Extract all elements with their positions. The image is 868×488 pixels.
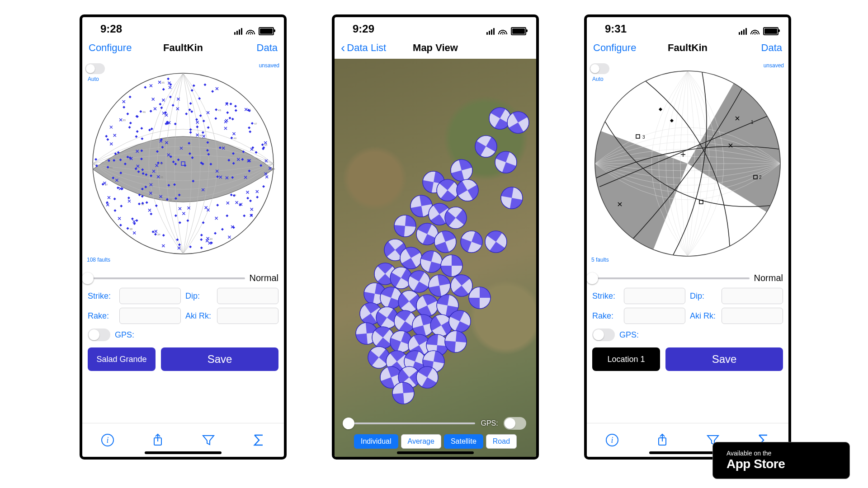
type-slider[interactable]	[88, 277, 245, 279]
phone-map: 9:29 ‹ Data List Map View GPS: Individua…	[332, 14, 539, 460]
status-bar: 9:31	[587, 17, 788, 36]
rake-input[interactable]	[624, 308, 685, 324]
svg-text:30: 30	[210, 238, 213, 240]
share-icon[interactable]	[654, 432, 670, 448]
focal-mechanism-marker[interactable]	[484, 230, 508, 253]
back-button[interactable]: ‹ Data List	[341, 42, 386, 54]
strike-input[interactable]	[624, 288, 685, 304]
nav-bar: Configure FaultKin Data	[82, 36, 284, 60]
stereonet-svg: 321	[590, 66, 785, 261]
akirk-input[interactable]	[217, 308, 278, 324]
svg-text:39: 39	[199, 134, 203, 137]
gps-toggle[interactable]	[504, 417, 526, 430]
segment-road[interactable]: Road	[486, 434, 517, 449]
focal-mechanism-marker[interactable]	[444, 330, 467, 353]
type-slider[interactable]	[592, 277, 750, 279]
phone-stereonet-dense: 9:28 Configure FaultKin Data unsaved Aut…	[80, 14, 287, 460]
status-time: 9:31	[605, 23, 627, 35]
svg-text:i: i	[611, 436, 613, 445]
unsaved-label: unsaved	[259, 62, 279, 69]
cellular-icon	[739, 28, 747, 35]
strike-input[interactable]	[119, 288, 181, 304]
fault-form: Normal Strike: Dip: Rake: Aki Rk: GPS:	[587, 267, 788, 341]
map-view[interactable]	[335, 59, 536, 457]
svg-text:i: i	[106, 436, 108, 445]
svg-text:38: 38	[130, 228, 133, 230]
status-time: 9:28	[100, 23, 122, 35]
segment-individual[interactable]: Individual	[354, 434, 398, 449]
wifi-icon	[498, 28, 507, 34]
focal-mechanism-marker[interactable]	[393, 214, 417, 238]
save-button[interactable]: Save	[665, 347, 783, 371]
status-time: 9:29	[353, 23, 374, 35]
cellular-icon	[234, 28, 242, 35]
svg-text:47: 47	[254, 122, 257, 125]
akirk-label: Aki Rk:	[185, 311, 212, 321]
gps-toggle[interactable]	[88, 328, 110, 341]
home-indicator	[145, 451, 222, 454]
location-button[interactable]: Salad Grande	[88, 347, 156, 371]
svg-text:48: 48	[272, 168, 275, 170]
gps-toggle[interactable]	[592, 328, 615, 341]
map-controls: GPS: IndividualAverageSatelliteRoad	[335, 417, 536, 449]
focal-mechanism-marker[interactable]	[460, 230, 483, 253]
akirk-input[interactable]	[722, 308, 783, 324]
svg-text:2: 2	[759, 175, 762, 180]
focal-mechanism-marker[interactable]	[500, 186, 524, 210]
focal-mechanism-marker[interactable]	[415, 366, 439, 389]
configure-button[interactable]: Configure	[89, 42, 132, 54]
slider-caption: Normal	[754, 273, 783, 283]
app-store-badge[interactable]: Available on the App Store	[712, 442, 850, 479]
data-button[interactable]: Data	[761, 42, 782, 54]
configure-button[interactable]: Configure	[593, 42, 636, 54]
status-bar: 9:29	[335, 17, 536, 36]
stereonet-svg: 3031323334353637383940414243444546474849	[88, 69, 278, 258]
home-indicator	[397, 451, 474, 454]
nav-bar: ‹ Data List Map View	[335, 36, 536, 60]
svg-text:31: 31	[169, 198, 172, 201]
focal-mechanism-marker[interactable]	[506, 111, 530, 134]
svg-text:49: 49	[233, 137, 236, 140]
focal-mechanism-marker[interactable]	[392, 381, 415, 405]
svg-text:36: 36	[160, 176, 163, 178]
rake-label: Rake:	[88, 311, 115, 321]
focal-mechanism-marker[interactable]	[494, 150, 518, 174]
map-mode-segment: IndividualAverageSatelliteRoad	[354, 434, 517, 449]
battery-icon	[511, 27, 526, 35]
segment-average[interactable]: Average	[401, 434, 441, 449]
nav-bar: Configure FaultKin Data	[587, 36, 788, 60]
info-icon[interactable]: i	[99, 432, 116, 448]
svg-text:35: 35	[264, 144, 268, 146]
stereonet-plot[interactable]: unsaved Auto 5 faults 321	[587, 60, 788, 267]
cellular-icon	[486, 28, 495, 35]
rake-input[interactable]	[119, 308, 181, 324]
info-icon[interactable]: i	[604, 432, 620, 448]
dip-input[interactable]	[217, 288, 278, 304]
filter-icon[interactable]	[200, 432, 217, 448]
svg-text:46: 46	[142, 111, 146, 113]
status-bar: 9:28	[82, 17, 284, 36]
dip-input[interactable]	[722, 288, 783, 304]
focal-mechanism-marker[interactable]	[468, 286, 491, 310]
dip-label: Dip:	[690, 291, 717, 301]
map-slider[interactable]	[344, 422, 475, 424]
gps-label: GPS:	[619, 330, 639, 340]
data-button[interactable]: Data	[257, 42, 278, 54]
focal-mechanism-marker[interactable]	[456, 178, 479, 202]
share-icon[interactable]	[150, 432, 166, 448]
stereonet-plot[interactable]: unsaved Auto 108 faults 3031323334353637…	[82, 60, 284, 267]
wifi-icon	[750, 28, 760, 34]
wifi-icon	[246, 28, 255, 34]
focal-mechanism-marker[interactable]	[444, 206, 467, 230]
save-button[interactable]: Save	[161, 347, 278, 371]
battery-icon	[259, 27, 274, 35]
map-title: Map View	[413, 42, 458, 54]
svg-text:45: 45	[161, 81, 165, 84]
svg-text:44: 44	[160, 162, 163, 165]
slider-caption: Normal	[250, 273, 278, 283]
svg-text:33: 33	[123, 119, 126, 122]
segment-satellite[interactable]: Satellite	[444, 434, 483, 449]
svg-text:41: 41	[110, 166, 113, 169]
sigma-icon[interactable]	[250, 432, 267, 448]
location-button[interactable]: Location 1	[592, 347, 660, 371]
